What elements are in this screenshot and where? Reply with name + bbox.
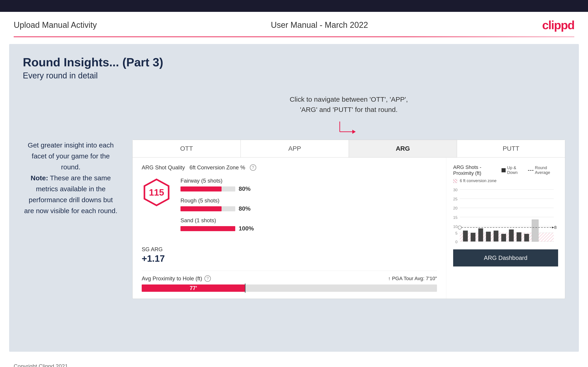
main-content: Round Insights... (Part 3) Every round i… xyxy=(9,44,579,352)
sand-bar-fill xyxy=(181,226,235,231)
card-body: ARG Shot Quality 6ft Conversion Zone % ?… xyxy=(133,158,565,299)
fairway-pct: 80% xyxy=(239,185,251,192)
hex-container: 115 Fairway (5 shots) xyxy=(142,178,437,237)
copyright: Copyright Clippd 2021 xyxy=(14,363,68,367)
hex-value: 115 xyxy=(149,187,164,198)
help-icon[interactable]: ? xyxy=(250,164,256,171)
svg-marker-33 xyxy=(552,226,554,228)
proximity-bar-fill: 77' xyxy=(142,284,245,292)
annotation-area: Click to navigate between 'OTT', 'APP','… xyxy=(132,94,565,299)
svg-text:25: 25 xyxy=(453,197,458,201)
card-right: ARG Shots - Proximity (ft) Up & Down Rou… xyxy=(446,158,565,299)
conversion-zone-label: 6ft Conversion Zone % xyxy=(189,164,245,171)
nav-hint: Click to navigate between 'OTT', 'APP','… xyxy=(132,94,565,115)
tab-ott[interactable]: OTT xyxy=(133,140,241,157)
svg-text:8: 8 xyxy=(554,225,557,230)
proximity-bar-track: 77' xyxy=(142,284,437,292)
fairway-bar-fill xyxy=(181,186,222,192)
svg-rect-20 xyxy=(463,231,468,242)
svg-rect-24 xyxy=(493,231,498,242)
legend-up-down: Up & Down xyxy=(502,166,523,175)
proximity-header: Avg Proximity to Hole (ft) ? ↑ PGA Tour … xyxy=(142,275,437,282)
header-divider xyxy=(14,36,574,37)
svg-rect-28 xyxy=(524,234,529,242)
section-header: ARG Shot Quality 6ft Conversion Zone % ? xyxy=(142,164,437,171)
arg-dashboard-button[interactable]: ARG Dashboard xyxy=(453,249,558,267)
sg-section: SG ARG +1.17 xyxy=(142,246,437,264)
legend-round-avg-label: Round Average xyxy=(535,166,558,175)
legend-up-down-label: Up & Down xyxy=(507,166,523,175)
chart-header: ARG Shots - Proximity (ft) Up & Down Rou… xyxy=(453,164,558,176)
legend-conversion-zone: 6 ft conversion zone xyxy=(453,178,558,183)
svg-rect-27 xyxy=(517,232,521,242)
top-bar xyxy=(0,0,588,12)
arrow-container xyxy=(132,119,565,137)
proximity-help-icon[interactable]: ? xyxy=(204,275,211,282)
shot-row-sand: Sand (1 shots) 100% xyxy=(181,217,437,232)
tab-app[interactable]: APP xyxy=(241,140,349,157)
footer: Copyright Clippd 2021 xyxy=(0,359,588,367)
tabs: OTT APP ARG PUTT xyxy=(133,140,565,158)
legend-conversion-label: 6 ft conversion zone xyxy=(459,178,496,183)
svg-point-30 xyxy=(458,226,461,229)
arg-chart: 30 25 20 15 10 5 0 xyxy=(453,185,558,249)
shot-bars: Fairway (5 shots) 80% Ro xyxy=(181,178,437,237)
sand-bar-track xyxy=(181,226,235,231)
round-card: OTT APP ARG PUTT ARG Shot Quality 6ft Co… xyxy=(132,140,565,299)
shot-row-rough: Rough (5 shots) 80% xyxy=(181,197,437,212)
svg-rect-22 xyxy=(478,228,483,242)
sand-pct: 100% xyxy=(239,225,254,232)
proximity-cursor xyxy=(245,284,245,293)
page-title: Round Insights... (Part 3) xyxy=(23,55,565,69)
chart-area: 30 25 20 15 10 5 0 xyxy=(453,185,558,249)
svg-rect-29 xyxy=(532,220,538,242)
card-left: ARG Shot Quality 6ft Conversion Zone % ?… xyxy=(133,158,446,299)
upload-label: Upload Manual Activity xyxy=(14,20,97,30)
shot-row-fairway: Fairway (5 shots) 80% xyxy=(181,178,437,192)
rough-bar-fill xyxy=(181,206,222,211)
svg-text:20: 20 xyxy=(453,206,458,211)
hexagon-badge: 115 xyxy=(142,178,171,207)
svg-rect-26 xyxy=(509,230,514,242)
fairway-label: Fairway (5 shots) xyxy=(181,178,437,184)
legend-hatched-icon xyxy=(453,179,457,183)
svg-text:10: 10 xyxy=(453,224,458,229)
svg-rect-21 xyxy=(471,233,476,242)
header: Upload Manual Activity User Manual - Mar… xyxy=(0,12,588,36)
legend-box-icon xyxy=(502,168,506,172)
legend-round-avg: Round Average xyxy=(528,166,558,175)
rough-bar-track xyxy=(181,206,235,211)
center-label: User Manual - March 2022 xyxy=(271,20,368,30)
arg-shot-quality-label: ARG Shot Quality xyxy=(142,164,185,171)
proximity-title: Avg Proximity to Hole (ft) ? xyxy=(142,275,211,282)
sand-label: Sand (1 shots) xyxy=(181,217,437,224)
legend-dashed-icon xyxy=(528,170,534,171)
content-layout: Get greater insight into each facet of y… xyxy=(23,94,565,299)
fairway-bar-track xyxy=(181,186,235,192)
rough-pct: 80% xyxy=(239,205,251,212)
sg-label: SG ARG xyxy=(142,246,437,253)
tab-putt[interactable]: PUTT xyxy=(457,140,565,157)
tab-arg[interactable]: ARG xyxy=(349,140,457,157)
proximity-label: Avg Proximity to Hole (ft) xyxy=(142,275,202,282)
page-subtitle: Every round in detail xyxy=(23,71,565,81)
svg-text:0: 0 xyxy=(455,240,458,244)
sg-value: +1.17 xyxy=(142,253,437,264)
proximity-section: Avg Proximity to Hole (ft) ? ↑ PGA Tour … xyxy=(142,271,437,292)
arrow-icon xyxy=(335,119,363,137)
logo: clippd xyxy=(542,18,574,32)
svg-text:15: 15 xyxy=(453,215,458,220)
svg-rect-25 xyxy=(501,234,506,242)
svg-text:5: 5 xyxy=(455,231,458,235)
svg-marker-2 xyxy=(352,130,356,134)
rough-label: Rough (5 shots) xyxy=(181,197,437,204)
chart-title: ARG Shots - Proximity (ft) xyxy=(453,164,502,176)
left-panel: Get greater insight into each facet of y… xyxy=(23,94,119,299)
pga-avg: ↑ PGA Tour Avg: 7'10" xyxy=(388,275,437,282)
chart-legend: Up & Down Round Average xyxy=(502,166,558,175)
svg-text:30: 30 xyxy=(453,188,458,192)
svg-rect-23 xyxy=(486,232,491,242)
left-description: Get greater insight into each facet of y… xyxy=(23,140,119,216)
